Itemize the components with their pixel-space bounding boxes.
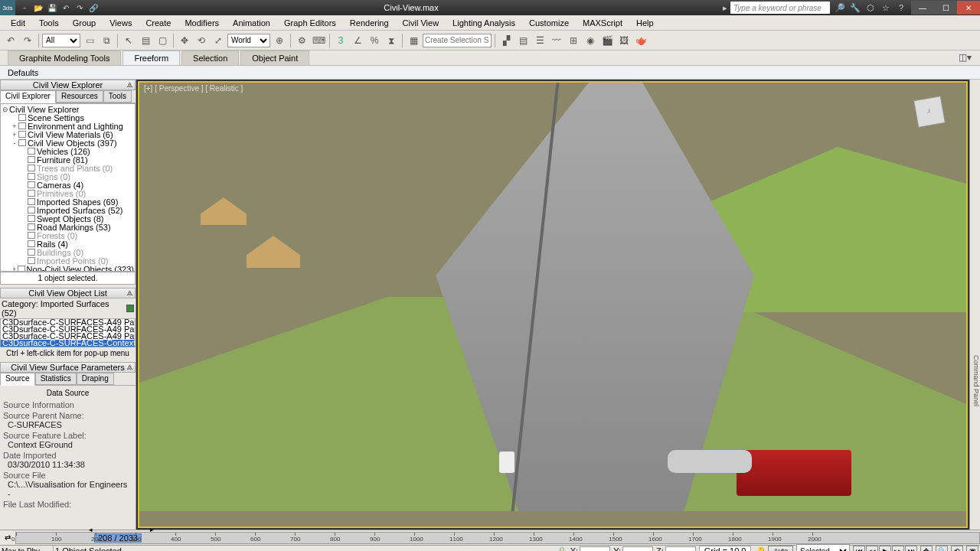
move-icon[interactable]: ✥ (177, 33, 192, 48)
menu-animation[interactable]: Animation (227, 17, 276, 29)
pivot-icon[interactable]: ⊕ (272, 33, 287, 48)
keyboard-icon[interactable]: ⌨ (311, 33, 326, 48)
surface-params-header[interactable]: Civil View Surface Parameters⩓ (0, 362, 136, 373)
tree-item[interactable]: +Non-Civil View Objects (323) (2, 265, 134, 272)
align-icon[interactable]: ▤ (515, 33, 531, 48)
tree-item[interactable]: +Environment and Lighting (2, 122, 134, 130)
timeline-arrow-left[interactable]: ◂ (89, 526, 93, 533)
undo-icon[interactable]: ↶ (60, 2, 72, 14)
cloud-icon[interactable]: ⬡ (864, 2, 877, 14)
goto-end-icon[interactable]: ⏭ (905, 546, 917, 551)
explorer-tree[interactable]: ⊖Civil View Explorer Scene Settings+Envi… (0, 103, 136, 272)
menu-rendering[interactable]: Rendering (344, 17, 395, 29)
list-item[interactable]: C3Dsurface-C-SURFACES-A49 PavedIslar (1, 319, 135, 326)
spinner-snap-icon[interactable]: ⧗ (384, 33, 399, 48)
lock-icon[interactable]: 🔒 (557, 546, 567, 552)
rotate-icon[interactable]: ⟲ (194, 33, 209, 48)
new-icon[interactable]: ▫ (18, 2, 31, 14)
viewcube[interactable]: ┘ (913, 96, 946, 128)
select-icon[interactable]: ↖ (121, 33, 136, 48)
scale-icon[interactable]: ⤢ (211, 33, 226, 48)
render-setup-icon[interactable]: 🎬 (599, 33, 615, 48)
ribbon-tab-object-paint[interactable]: Object Paint (240, 51, 309, 65)
curve-editor-icon[interactable]: 〰 (549, 33, 564, 48)
manipulate-icon[interactable]: ⚙ (294, 33, 309, 48)
tree-item[interactable]: Furniture (81) (2, 155, 134, 164)
collapse-icon[interactable]: ⩓ (126, 289, 133, 297)
help-icon[interactable]: ? (894, 2, 908, 14)
snap-icon[interactable]: 3 (333, 33, 348, 48)
tree-item[interactable]: Rails (4) (2, 240, 134, 248)
material-icon[interactable]: ◉ (583, 33, 598, 48)
menu-lighting-analysis[interactable]: Lighting Analysis (446, 17, 521, 29)
param-tab-draping[interactable]: Draping (77, 373, 114, 385)
object-list[interactable]: C3Dsurface-C-SURFACES-A49 PavedIslarC3Ds… (0, 318, 136, 347)
coord-x-input[interactable] (580, 546, 610, 551)
command-panel-strip[interactable]: Command Panel (969, 80, 980, 530)
window-crossing-icon[interactable]: ⧉ (99, 33, 114, 48)
script-listener[interactable]: Max to Phy (0, 546, 54, 551)
render-icon[interactable]: 🫖 (633, 33, 648, 48)
menu-edit[interactable]: Edit (5, 17, 31, 29)
object-list-header[interactable]: Civil View Object List⩓ (0, 288, 136, 298)
link-icon[interactable]: 🔗 (87, 2, 100, 14)
coord-z-input[interactable] (665, 546, 696, 551)
param-tab-source[interactable]: Source (0, 373, 35, 386)
binoculars-icon[interactable]: 🔎 (833, 2, 847, 14)
key-filter-select[interactable]: Selected (796, 544, 850, 551)
tree-item[interactable]: Scene Settings (2, 113, 134, 122)
menu-tools[interactable]: Tools (33, 17, 65, 29)
explorer-header[interactable]: Civil View Explorer⩓ (0, 80, 136, 90)
app-icon[interactable]: 3ds (0, 0, 15, 15)
menu-maxscript[interactable]: MAXScript (577, 17, 629, 29)
menu-civil-view[interactable]: Civil View (397, 17, 445, 29)
undo-tool-icon[interactable]: ↶ (3, 33, 18, 48)
list-item[interactable]: C3Dsurface-C-SURFACES-Context EGrou (1, 340, 135, 347)
tree-item[interactable]: Swept Objects (8) (2, 214, 134, 223)
coord-y-input[interactable] (622, 546, 653, 551)
save-icon[interactable]: 💾 (46, 2, 58, 14)
prev-frame-icon[interactable]: ◂◂ (866, 546, 878, 551)
category-swatch[interactable] (126, 305, 134, 312)
named-selection-input[interactable] (423, 34, 492, 47)
tree-item[interactable]: Buildings (0) (2, 248, 134, 256)
redo-tool-icon[interactable]: ↷ (20, 33, 35, 48)
menu-graph-editors[interactable]: Graph Editors (278, 17, 342, 29)
play-icon[interactable]: ▶ (879, 546, 891, 551)
explorer-tab-civil-explorer[interactable]: Civil Explorer (0, 90, 56, 103)
tree-item[interactable]: Road Markings (53) (2, 223, 134, 231)
ribbon-collapse-icon[interactable]: ◫▾ (957, 50, 972, 65)
nav-orbit-icon[interactable]: ⟲ (951, 546, 963, 551)
favorite-icon[interactable]: ☆ (879, 2, 893, 14)
schematic-icon[interactable]: ⊞ (566, 33, 581, 48)
tree-item[interactable]: Cameras (4) (2, 181, 134, 189)
tree-item[interactable]: -Civil View Objects (397) (2, 139, 134, 147)
menu-customize[interactable]: Customize (523, 17, 575, 29)
list-item[interactable]: C3Dsurface-C-SURFACES-A49 PavedIslar (1, 326, 135, 333)
tree-item[interactable]: Trees and Plants (0) (2, 164, 134, 172)
select-region-icon[interactable]: ▭ (82, 33, 97, 48)
select-rect-icon[interactable]: ▢ (155, 33, 170, 48)
auto-key-button[interactable]: Auto (768, 546, 793, 551)
menu-modifiers[interactable]: Modifiers (178, 17, 225, 29)
mirror-icon[interactable]: ▞ (498, 33, 514, 48)
redo-icon[interactable]: ↷ (74, 2, 86, 14)
tree-item[interactable]: Primitives (0) (2, 189, 134, 197)
select-name-icon[interactable]: ▤ (138, 33, 153, 48)
menu-views[interactable]: Views (103, 17, 138, 29)
timeline-arrow-right[interactable]: ▸ (150, 526, 154, 533)
ref-coord[interactable]: World (227, 34, 270, 47)
viewport-label[interactable]: [+] [ Perspective ] [ Realistic ] (144, 84, 243, 93)
selection-filter[interactable]: All (42, 34, 80, 47)
close-button[interactable]: ✕ (957, 1, 980, 15)
explorer-tab-resources[interactable]: Resources (56, 90, 103, 103)
config-icon[interactable]: 🔧 (848, 2, 862, 14)
ribbon-tab-selection[interactable]: Selection (181, 51, 239, 65)
search-input[interactable]: Type a keyword or phrase (730, 2, 830, 14)
tree-item[interactable]: Imported Points (0) (2, 256, 134, 265)
nav-pan-icon[interactable]: ✥ (920, 546, 933, 551)
tree-item[interactable]: Imported Shapes (69) (2, 197, 134, 206)
menu-help[interactable]: Help (630, 17, 660, 29)
render-frame-icon[interactable]: 🖼 (616, 33, 632, 48)
minimize-button[interactable]: — (911, 1, 934, 15)
